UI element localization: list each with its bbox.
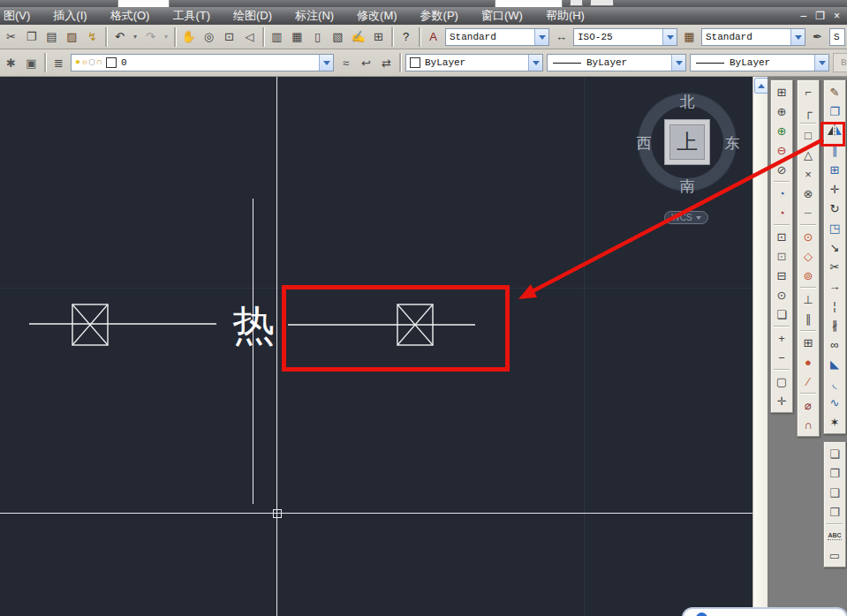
viewcube-north-label[interactable]: 北 (674, 92, 700, 112)
send-under-objects-icon[interactable]: ❒ (825, 502, 844, 522)
snap-node-icon[interactable]: ● (798, 352, 818, 372)
snap-endpoint-icon[interactable]: □ (798, 125, 818, 145)
snap-extension-icon[interactable]: ┈ (798, 203, 818, 222)
copy-icon[interactable]: ❐ (21, 26, 42, 47)
wcs-dropdown[interactable]: WCS (664, 211, 708, 224)
trim-icon[interactable]: ✂ (825, 257, 844, 276)
mleader-style-icon[interactable]: ✒ (807, 26, 828, 47)
scale-icon[interactable]: ◳ (825, 218, 844, 237)
menu-tools[interactable]: 工具(T) (161, 7, 222, 25)
layer-previous-icon[interactable]: ↩ (356, 53, 376, 73)
camera-off-icon[interactable]: ◔ (772, 203, 791, 222)
layer-combo[interactable]: ●☼▢∩0 (71, 54, 334, 71)
zoom-in-icon[interactable]: + (772, 328, 791, 348)
dim-style-combo[interactable]: ISO-25 (573, 28, 677, 46)
pan-icon[interactable]: ✋ (178, 26, 199, 47)
snap-perpendicular-icon[interactable]: ⊥ (798, 289, 818, 309)
osnap-settings-icon[interactable]: ∩ (798, 415, 818, 434)
orbit-disable-icon[interactable]: ⊘ (772, 160, 791, 179)
chevron-down-icon[interactable] (790, 29, 805, 45)
orbit-add-icon[interactable]: ⊕ (772, 121, 791, 140)
layer-tools-icon[interactable]: ≈ (336, 53, 356, 73)
tool-palettes-icon[interactable]: ▯ (307, 26, 328, 47)
zoom-window-icon[interactable]: ⊡ (772, 227, 791, 246)
redo-flyout-icon[interactable]: ▾ (161, 26, 171, 47)
stretch-icon[interactable]: ↘ (825, 237, 844, 257)
snap-intersection-icon[interactable]: × (798, 164, 818, 184)
snap-from-icon[interactable]: ┌ (798, 101, 818, 121)
vertical-scrollbar[interactable] (752, 77, 768, 616)
zoom-extents-icon[interactable]: ✛ (772, 391, 791, 410)
rotate-icon[interactable]: ↻ (825, 199, 844, 218)
blend-curves-icon[interactable]: ∿ (825, 393, 844, 412)
markup-set-manager-icon[interactable]: ✍ (348, 26, 368, 47)
menu-draw[interactable]: 绘图(D) (222, 7, 284, 25)
zoom-dynamic-icon[interactable]: ⊡ (772, 246, 791, 266)
snap-parallel-icon[interactable]: ∥ (798, 309, 818, 328)
layer-states-icon[interactable]: ⇄ (376, 53, 397, 73)
dims-to-front-icon[interactable]: ▭ (825, 545, 844, 565)
text-style-combo[interactable]: Standard (445, 28, 549, 46)
chevron-down-icon[interactable] (814, 55, 828, 71)
undo-flyout-icon[interactable]: ▾ (130, 26, 140, 47)
join-icon[interactable]: ∞ (825, 334, 844, 354)
mleader-style-combo[interactable]: S (829, 28, 845, 46)
explode-icon[interactable]: ✶ (825, 412, 844, 432)
zoom-center-icon[interactable]: ⊙ (772, 285, 791, 304)
undo-icon[interactable]: ↶ (110, 26, 130, 47)
zoom-scale-icon[interactable]: ⊟ (772, 266, 791, 285)
properties-palette-icon[interactable]: ▥ (267, 26, 287, 47)
named-views-icon[interactable]: ⊞ (772, 82, 791, 101)
erase-icon[interactable]: ✎ (825, 82, 844, 101)
help-icon[interactable]: ? (396, 26, 416, 47)
menu-dimension[interactable]: 标注(N) (284, 7, 345, 25)
drawing-canvas[interactable]: 热 北 西 东 南 上 WCS (0, 77, 752, 616)
send-to-back-icon[interactable]: ❐ (825, 463, 844, 483)
copy-icon[interactable]: ❐ (825, 101, 844, 121)
viewcube-south-label[interactable]: 南 (674, 177, 700, 197)
camera-icon[interactable]: ◔ (772, 184, 791, 203)
zoom-previous-icon[interactable]: ◁ (239, 26, 260, 47)
menu-parametric[interactable]: 参数(P) (409, 7, 470, 25)
bring-above-objects-icon[interactable]: ❑ (825, 483, 844, 502)
scroll-up-button[interactable] (754, 78, 768, 94)
viewcube-top-face[interactable]: 上 (664, 119, 710, 165)
snap-apparent-intersection-icon[interactable]: ⊗ (798, 184, 818, 203)
snap-tangent-icon[interactable]: ⊚ (798, 266, 818, 285)
match-properties-icon[interactable]: ▨ (62, 26, 82, 47)
text-style-icon[interactable]: A (423, 26, 443, 47)
dim-style-icon[interactable]: ↔ (551, 26, 571, 47)
menu-help[interactable]: 帮助(H) (534, 7, 596, 25)
restore-button[interactable]: ❐ (815, 11, 825, 21)
viewcube-east-label[interactable]: 东 (719, 133, 745, 154)
table-style-combo[interactable]: Standard (701, 28, 805, 46)
cut-icon[interactable]: ✂ (1, 26, 21, 47)
chevron-down-icon[interactable] (671, 55, 685, 71)
redo-icon[interactable]: ↷ (140, 26, 161, 47)
zoom-object-icon[interactable]: ❏ (772, 304, 791, 324)
chevron-down-icon[interactable] (528, 55, 542, 71)
zoom-realtime-icon[interactable]: ◎ (199, 26, 219, 47)
zoom-all-icon[interactable]: ▢ (772, 372, 791, 391)
menu-insert[interactable]: 插入(I) (42, 7, 98, 25)
sheet-set-manager-icon[interactable]: ▧ (328, 26, 348, 47)
chamfer-icon[interactable]: ◣ (825, 354, 844, 373)
extend-icon[interactable]: → (825, 276, 844, 296)
fillet-icon[interactable]: ◟ (825, 373, 844, 393)
array-icon[interactable]: ⊞ (825, 160, 844, 179)
color-combo[interactable]: ByLayer (405, 54, 543, 71)
viewcube-west-label[interactable]: 西 (631, 133, 657, 154)
zoom-window-icon[interactable]: ⊡ (219, 26, 239, 47)
break-icon[interactable]: ∦ (825, 315, 844, 334)
close-button[interactable]: × (834, 11, 840, 21)
designcenter-icon[interactable]: ▦ (287, 26, 307, 47)
quickcalc-icon[interactable]: ⊞ (368, 26, 389, 47)
settings-icon[interactable]: ✱ (1, 53, 21, 73)
paste-icon[interactable]: ▤ (42, 26, 62, 47)
break-at-point-icon[interactable]: ¦ (825, 296, 844, 315)
linetype-combo[interactable]: ByLayer (547, 54, 686, 71)
minimize-button[interactable]: – (801, 11, 807, 21)
orbit-remove-icon[interactable]: ⊖ (772, 140, 791, 160)
chevron-down-icon[interactable] (534, 29, 548, 45)
constrained-orbit-icon[interactable]: ⊕ (772, 101, 791, 121)
